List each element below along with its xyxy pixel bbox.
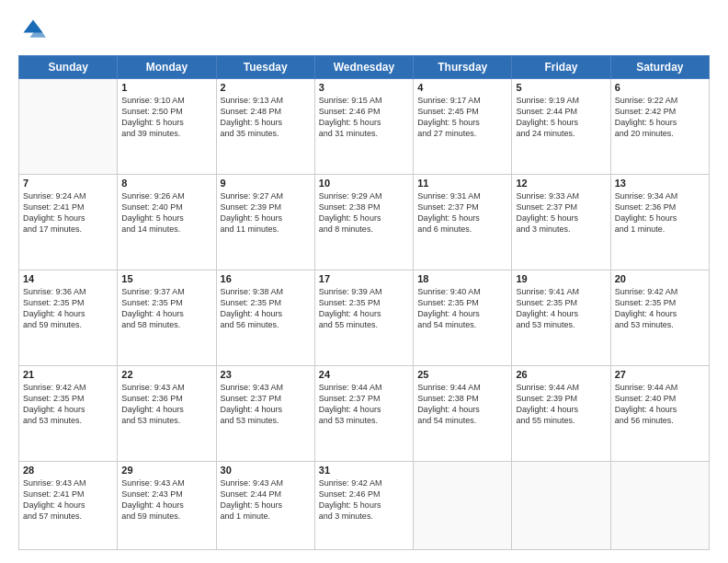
day-info: Sunrise: 9:44 AM Sunset: 2:37 PM Dayligh… — [319, 382, 409, 427]
calendar-cell: 7Sunrise: 9:24 AM Sunset: 2:41 PM Daylig… — [19, 174, 118, 270]
day-number: 23 — [221, 369, 311, 380]
day-number: 2 — [221, 82, 311, 93]
calendar-week-3: 14Sunrise: 9:36 AM Sunset: 2:35 PM Dayli… — [19, 270, 710, 365]
calendar-cell — [512, 461, 610, 549]
calendar-cell: 6Sunrise: 9:22 AM Sunset: 2:42 PM Daylig… — [610, 79, 709, 175]
day-info: Sunrise: 9:43 AM Sunset: 2:41 PM Dayligh… — [23, 477, 113, 523]
day-info: Sunrise: 9:44 AM Sunset: 2:40 PM Dayligh… — [615, 382, 705, 427]
day-info: Sunrise: 9:42 AM Sunset: 2:46 PM Dayligh… — [319, 477, 409, 523]
calendar-week-4: 21Sunrise: 9:42 AM Sunset: 2:35 PM Dayli… — [19, 365, 710, 461]
day-number: 8 — [121, 178, 211, 189]
calendar-header-sunday: Sunday — [19, 56, 118, 79]
day-info: Sunrise: 9:38 AM Sunset: 2:35 PM Dayligh… — [221, 286, 311, 331]
day-info: Sunrise: 9:37 AM Sunset: 2:35 PM Dayligh… — [121, 286, 211, 331]
calendar-cell: 8Sunrise: 9:26 AM Sunset: 2:40 PM Daylig… — [118, 174, 216, 270]
day-number: 29 — [121, 465, 211, 476]
day-number: 16 — [221, 273, 311, 284]
day-info: Sunrise: 9:39 AM Sunset: 2:35 PM Dayligh… — [319, 286, 409, 331]
day-number: 22 — [121, 369, 211, 380]
calendar-cell: 12Sunrise: 9:33 AM Sunset: 2:37 PM Dayli… — [512, 174, 610, 270]
day-number: 6 — [615, 82, 705, 93]
day-number: 19 — [516, 273, 606, 284]
calendar-cell: 14Sunrise: 9:36 AM Sunset: 2:35 PM Dayli… — [19, 270, 118, 365]
day-number: 11 — [417, 178, 507, 189]
day-info: Sunrise: 9:31 AM Sunset: 2:37 PM Dayligh… — [417, 190, 507, 236]
calendar-week-5: 28Sunrise: 9:43 AM Sunset: 2:41 PM Dayli… — [19, 461, 710, 549]
calendar-header-wednesday: Wednesday — [314, 56, 413, 79]
day-info: Sunrise: 9:27 AM Sunset: 2:39 PM Dayligh… — [221, 190, 311, 236]
logo-icon — [20, 17, 46, 42]
day-number: 17 — [319, 273, 409, 284]
calendar-week-1: 1Sunrise: 9:10 AM Sunset: 2:50 PM Daylig… — [19, 79, 710, 175]
calendar-header-row: SundayMondayTuesdayWednesdayThursdayFrid… — [19, 56, 710, 79]
calendar-cell: 11Sunrise: 9:31 AM Sunset: 2:37 PM Dayli… — [414, 174, 512, 270]
calendar-cell: 29Sunrise: 9:43 AM Sunset: 2:43 PM Dayli… — [118, 461, 216, 549]
calendar-header-tuesday: Tuesday — [216, 56, 314, 79]
day-number: 25 — [417, 369, 507, 380]
calendar-cell: 3Sunrise: 9:15 AM Sunset: 2:46 PM Daylig… — [314, 79, 413, 175]
day-info: Sunrise: 9:24 AM Sunset: 2:41 PM Dayligh… — [23, 190, 113, 236]
calendar-cell: 30Sunrise: 9:43 AM Sunset: 2:44 PM Dayli… — [216, 461, 314, 549]
calendar-cell: 21Sunrise: 9:42 AM Sunset: 2:35 PM Dayli… — [19, 365, 118, 461]
day-number: 5 — [516, 82, 606, 93]
calendar-header-thursday: Thursday — [414, 56, 512, 79]
day-info: Sunrise: 9:41 AM Sunset: 2:35 PM Dayligh… — [516, 286, 606, 331]
calendar-cell: 5Sunrise: 9:19 AM Sunset: 2:44 PM Daylig… — [512, 79, 610, 175]
calendar-cell: 31Sunrise: 9:42 AM Sunset: 2:46 PM Dayli… — [314, 461, 413, 549]
calendar-cell: 9Sunrise: 9:27 AM Sunset: 2:39 PM Daylig… — [216, 174, 314, 270]
day-number: 4 — [417, 82, 507, 93]
calendar-cell: 17Sunrise: 9:39 AM Sunset: 2:35 PM Dayli… — [314, 270, 413, 365]
day-info: Sunrise: 9:43 AM Sunset: 2:36 PM Dayligh… — [121, 382, 211, 427]
day-number: 27 — [615, 369, 705, 380]
day-info: Sunrise: 9:15 AM Sunset: 2:46 PM Dayligh… — [319, 95, 409, 140]
calendar-header-monday: Monday — [118, 56, 216, 79]
day-info: Sunrise: 9:33 AM Sunset: 2:37 PM Dayligh… — [516, 190, 606, 236]
day-number: 9 — [221, 178, 311, 189]
day-number: 21 — [23, 369, 113, 380]
calendar-cell: 13Sunrise: 9:34 AM Sunset: 2:36 PM Dayli… — [610, 174, 709, 270]
calendar-cell: 28Sunrise: 9:43 AM Sunset: 2:41 PM Dayli… — [19, 461, 118, 549]
calendar-cell: 4Sunrise: 9:17 AM Sunset: 2:45 PM Daylig… — [414, 79, 512, 175]
day-info: Sunrise: 9:42 AM Sunset: 2:35 PM Dayligh… — [615, 286, 705, 331]
calendar-header-friday: Friday — [512, 56, 610, 79]
day-number: 28 — [23, 465, 113, 476]
page: SundayMondayTuesdayWednesdayThursdayFrid… — [0, 0, 728, 563]
day-number: 30 — [221, 465, 311, 476]
calendar-cell — [414, 461, 512, 549]
calendar-cell — [19, 79, 118, 175]
day-info: Sunrise: 9:40 AM Sunset: 2:35 PM Dayligh… — [417, 286, 507, 331]
calendar-header-saturday: Saturday — [610, 56, 709, 79]
calendar-cell: 27Sunrise: 9:44 AM Sunset: 2:40 PM Dayli… — [610, 365, 709, 461]
day-number: 31 — [319, 465, 409, 476]
calendar-cell: 10Sunrise: 9:29 AM Sunset: 2:38 PM Dayli… — [314, 174, 413, 270]
day-number: 7 — [23, 178, 113, 189]
day-info: Sunrise: 9:42 AM Sunset: 2:35 PM Dayligh… — [23, 382, 113, 427]
day-number: 13 — [615, 178, 705, 189]
calendar-cell: 16Sunrise: 9:38 AM Sunset: 2:35 PM Dayli… — [216, 270, 314, 365]
calendar-cell: 19Sunrise: 9:41 AM Sunset: 2:35 PM Dayli… — [512, 270, 610, 365]
calendar-week-2: 7Sunrise: 9:24 AM Sunset: 2:41 PM Daylig… — [19, 174, 710, 270]
day-info: Sunrise: 9:44 AM Sunset: 2:38 PM Dayligh… — [417, 382, 507, 427]
day-number: 3 — [319, 82, 409, 93]
day-info: Sunrise: 9:13 AM Sunset: 2:48 PM Dayligh… — [221, 95, 311, 140]
day-info: Sunrise: 9:43 AM Sunset: 2:37 PM Dayligh… — [221, 382, 311, 427]
calendar-cell: 2Sunrise: 9:13 AM Sunset: 2:48 PM Daylig… — [216, 79, 314, 175]
day-number: 24 — [319, 369, 409, 380]
calendar-cell: 20Sunrise: 9:42 AM Sunset: 2:35 PM Dayli… — [610, 270, 709, 365]
day-number: 12 — [516, 178, 606, 189]
calendar-cell: 15Sunrise: 9:37 AM Sunset: 2:35 PM Dayli… — [118, 270, 216, 365]
day-number: 1 — [121, 82, 211, 93]
calendar-cell — [610, 461, 709, 549]
day-info: Sunrise: 9:43 AM Sunset: 2:43 PM Dayligh… — [121, 477, 211, 523]
calendar-cell: 26Sunrise: 9:44 AM Sunset: 2:39 PM Dayli… — [512, 365, 610, 461]
day-info: Sunrise: 9:36 AM Sunset: 2:35 PM Dayligh… — [23, 286, 113, 331]
calendar-table: SundayMondayTuesdayWednesdayThursdayFrid… — [18, 55, 710, 550]
day-info: Sunrise: 9:44 AM Sunset: 2:39 PM Dayligh… — [516, 382, 606, 427]
day-info: Sunrise: 9:43 AM Sunset: 2:44 PM Dayligh… — [221, 477, 311, 523]
header — [18, 17, 710, 46]
day-info: Sunrise: 9:34 AM Sunset: 2:36 PM Dayligh… — [615, 190, 705, 236]
day-number: 20 — [615, 273, 705, 284]
calendar-cell: 1Sunrise: 9:10 AM Sunset: 2:50 PM Daylig… — [118, 79, 216, 175]
calendar-cell: 18Sunrise: 9:40 AM Sunset: 2:35 PM Dayli… — [414, 270, 512, 365]
day-number: 10 — [319, 178, 409, 189]
